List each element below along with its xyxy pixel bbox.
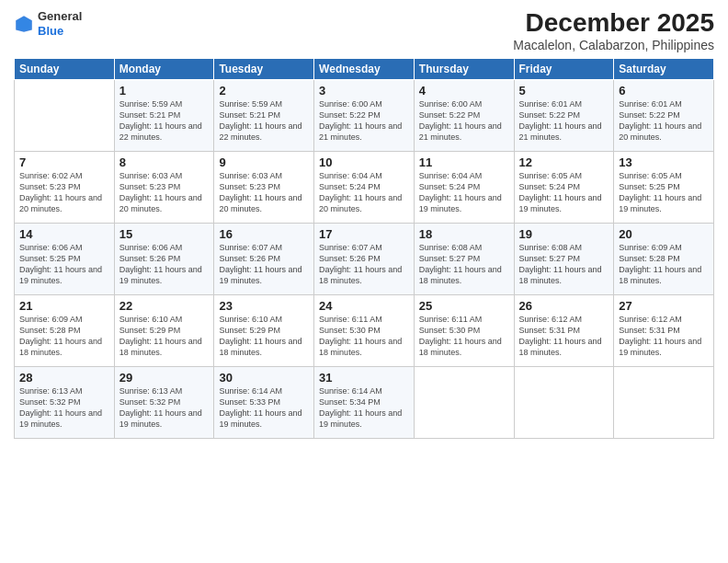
logo-general: General: [38, 9, 82, 24]
day-info: Sunrise: 6:04 AM Sunset: 5:24 PM Dayligh…: [319, 170, 409, 215]
cell-4-3: 31Sunrise: 6:14 AM Sunset: 5:34 PM Dayli…: [314, 366, 415, 438]
day-info: Sunrise: 6:05 AM Sunset: 5:25 PM Dayligh…: [619, 170, 709, 215]
calendar-table: SundayMondayTuesdayWednesdayThursdayFrid…: [14, 58, 714, 439]
day-info: Sunrise: 5:59 AM Sunset: 5:21 PM Dayligh…: [219, 98, 309, 144]
day-number: 5: [519, 84, 609, 98]
day-info: Sunrise: 6:13 AM Sunset: 5:32 PM Dayligh…: [119, 385, 210, 431]
cell-2-4: 18Sunrise: 6:08 AM Sunset: 5:27 PM Dayli…: [414, 223, 514, 294]
month-title: December 2025: [513, 9, 714, 38]
day-info: Sunrise: 6:11 AM Sunset: 5:30 PM Dayligh…: [419, 314, 509, 359]
cell-3-4: 25Sunrise: 6:11 AM Sunset: 5:30 PM Dayli…: [414, 294, 514, 366]
week-row-2: 14Sunrise: 6:06 AM Sunset: 5:25 PM Dayli…: [15, 223, 714, 294]
cell-1-1: 8Sunrise: 6:03 AM Sunset: 5:23 PM Daylig…: [114, 151, 214, 223]
cell-2-0: 14Sunrise: 6:06 AM Sunset: 5:25 PM Dayli…: [15, 223, 115, 294]
col-header-friday: Friday: [514, 58, 614, 79]
day-number: 11: [419, 155, 509, 169]
week-row-3: 21Sunrise: 6:09 AM Sunset: 5:28 PM Dayli…: [15, 294, 714, 366]
day-number: 3: [319, 84, 409, 98]
day-info: Sunrise: 6:04 AM Sunset: 5:24 PM Dayligh…: [419, 170, 509, 215]
day-number: 6: [619, 84, 709, 98]
day-number: 31: [319, 371, 409, 385]
day-number: 16: [219, 227, 309, 241]
cell-0-6: 6Sunrise: 6:01 AM Sunset: 5:22 PM Daylig…: [614, 79, 714, 151]
day-info: Sunrise: 6:09 AM Sunset: 5:28 PM Dayligh…: [19, 314, 109, 359]
day-info: Sunrise: 6:01 AM Sunset: 5:22 PM Dayligh…: [519, 98, 609, 144]
day-number: 21: [19, 299, 109, 313]
cell-0-3: 3Sunrise: 6:00 AM Sunset: 5:22 PM Daylig…: [314, 79, 415, 151]
day-info: Sunrise: 6:00 AM Sunset: 5:22 PM Dayligh…: [319, 98, 409, 144]
cell-3-3: 24Sunrise: 6:11 AM Sunset: 5:30 PM Dayli…: [314, 294, 415, 366]
day-number: 13: [619, 155, 709, 169]
day-number: 20: [619, 227, 709, 241]
col-header-thursday: Thursday: [414, 58, 514, 79]
day-info: Sunrise: 6:10 AM Sunset: 5:29 PM Dayligh…: [219, 314, 309, 359]
day-number: 7: [19, 155, 109, 169]
day-number: 10: [319, 155, 409, 169]
logo-icon: [14, 14, 34, 34]
cell-2-1: 15Sunrise: 6:06 AM Sunset: 5:26 PM Dayli…: [114, 223, 214, 294]
day-number: 29: [119, 371, 210, 385]
cell-0-2: 2Sunrise: 5:59 AM Sunset: 5:21 PM Daylig…: [214, 79, 314, 151]
day-info: Sunrise: 6:02 AM Sunset: 5:23 PM Dayligh…: [19, 170, 109, 215]
header-row: SundayMondayTuesdayWednesdayThursdayFrid…: [15, 58, 714, 79]
day-number: 1: [119, 84, 210, 98]
header: General Blue December 2025 Macalelon, Ca…: [14, 9, 714, 52]
cell-3-1: 22Sunrise: 6:10 AM Sunset: 5:29 PM Dayli…: [114, 294, 214, 366]
cell-1-4: 11Sunrise: 6:04 AM Sunset: 5:24 PM Dayli…: [414, 151, 514, 223]
cell-1-5: 12Sunrise: 6:05 AM Sunset: 5:24 PM Dayli…: [514, 151, 614, 223]
col-header-saturday: Saturday: [614, 58, 714, 79]
cell-4-5: [514, 366, 614, 438]
day-info: Sunrise: 6:08 AM Sunset: 5:27 PM Dayligh…: [519, 242, 609, 287]
day-info: Sunrise: 6:08 AM Sunset: 5:27 PM Dayligh…: [419, 242, 509, 287]
day-number: 9: [219, 155, 309, 169]
cell-4-0: 28Sunrise: 6:13 AM Sunset: 5:32 PM Dayli…: [15, 366, 115, 438]
day-number: 30: [219, 371, 309, 385]
day-info: Sunrise: 6:14 AM Sunset: 5:33 PM Dayligh…: [219, 385, 309, 431]
day-info: Sunrise: 6:07 AM Sunset: 5:26 PM Dayligh…: [219, 242, 309, 287]
cell-2-6: 20Sunrise: 6:09 AM Sunset: 5:28 PM Dayli…: [614, 223, 714, 294]
cell-2-3: 17Sunrise: 6:07 AM Sunset: 5:26 PM Dayli…: [314, 223, 415, 294]
col-header-monday: Monday: [114, 58, 214, 79]
week-row-0: 1Sunrise: 5:59 AM Sunset: 5:21 PM Daylig…: [15, 79, 714, 151]
cell-0-1: 1Sunrise: 5:59 AM Sunset: 5:21 PM Daylig…: [114, 79, 214, 151]
cell-3-5: 26Sunrise: 6:12 AM Sunset: 5:31 PM Dayli…: [514, 294, 614, 366]
week-row-1: 7Sunrise: 6:02 AM Sunset: 5:23 PM Daylig…: [15, 151, 714, 223]
day-info: Sunrise: 6:03 AM Sunset: 5:23 PM Dayligh…: [219, 170, 309, 215]
col-header-wednesday: Wednesday: [314, 58, 415, 79]
cell-4-1: 29Sunrise: 6:13 AM Sunset: 5:32 PM Dayli…: [114, 366, 214, 438]
day-number: 2: [219, 84, 309, 98]
col-header-tuesday: Tuesday: [214, 58, 314, 79]
cell-0-4: 4Sunrise: 6:00 AM Sunset: 5:22 PM Daylig…: [414, 79, 514, 151]
cell-4-4: [414, 366, 514, 438]
location-subtitle: Macalelon, Calabarzon, Philippines: [513, 38, 714, 52]
cell-3-0: 21Sunrise: 6:09 AM Sunset: 5:28 PM Dayli…: [15, 294, 115, 366]
title-block: December 2025 Macalelon, Calabarzon, Phi…: [513, 9, 714, 52]
cell-4-6: [614, 366, 714, 438]
day-info: Sunrise: 6:09 AM Sunset: 5:28 PM Dayligh…: [619, 242, 709, 287]
day-info: Sunrise: 6:07 AM Sunset: 5:26 PM Dayligh…: [319, 242, 409, 287]
day-number: 23: [219, 299, 309, 313]
day-info: Sunrise: 5:59 AM Sunset: 5:21 PM Dayligh…: [119, 98, 210, 144]
cell-1-2: 9Sunrise: 6:03 AM Sunset: 5:23 PM Daylig…: [214, 151, 314, 223]
day-info: Sunrise: 6:06 AM Sunset: 5:26 PM Dayligh…: [119, 242, 210, 287]
page: General Blue December 2025 Macalelon, Ca…: [0, 0, 728, 563]
cell-0-0: [15, 79, 115, 151]
day-number: 22: [119, 299, 210, 313]
day-number: 15: [119, 227, 210, 241]
logo: General Blue: [14, 9, 82, 38]
day-number: 12: [519, 155, 609, 169]
day-number: 24: [319, 299, 409, 313]
day-info: Sunrise: 6:11 AM Sunset: 5:30 PM Dayligh…: [319, 314, 409, 359]
cell-2-2: 16Sunrise: 6:07 AM Sunset: 5:26 PM Dayli…: [214, 223, 314, 294]
day-number: 14: [19, 227, 109, 241]
day-info: Sunrise: 6:05 AM Sunset: 5:24 PM Dayligh…: [519, 170, 609, 215]
day-info: Sunrise: 6:12 AM Sunset: 5:31 PM Dayligh…: [619, 314, 709, 359]
day-number: 8: [119, 155, 210, 169]
cell-2-5: 19Sunrise: 6:08 AM Sunset: 5:27 PM Dayli…: [514, 223, 614, 294]
day-number: 19: [519, 227, 609, 241]
day-number: 26: [519, 299, 609, 313]
day-number: 28: [19, 371, 109, 385]
day-number: 4: [419, 84, 509, 98]
day-info: Sunrise: 6:01 AM Sunset: 5:22 PM Dayligh…: [619, 98, 709, 144]
cell-1-6: 13Sunrise: 6:05 AM Sunset: 5:25 PM Dayli…: [614, 151, 714, 223]
